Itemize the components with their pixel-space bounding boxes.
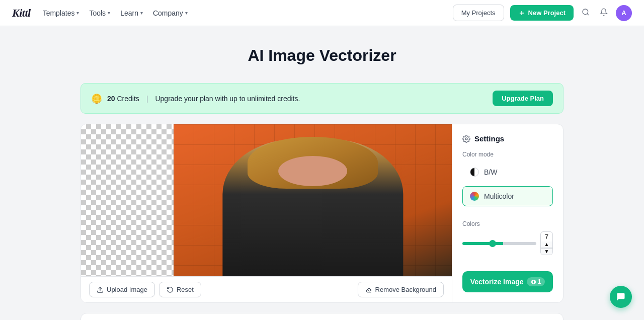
app-header: Kittl Templates ▾ Tools ▾ Learn ▾ Compan…: [0, 0, 644, 26]
avatar[interactable]: A: [616, 5, 632, 21]
image-toolbar: Upload Image Reset Remove Background: [81, 276, 452, 302]
nav-item-templates[interactable]: Templates ▾: [43, 9, 79, 17]
multicolor-icon: [470, 192, 479, 201]
nav-item-tools[interactable]: Tools ▾: [89, 9, 110, 17]
colors-number-input: 7 ▲ ▼: [540, 231, 553, 255]
nav-item-company[interactable]: Company ▾: [153, 9, 188, 17]
colors-control: 7 ▲ ▼: [462, 231, 553, 255]
svg-point-0: [583, 9, 588, 15]
main-content: AI Image Vectorizer 🪙 20 Credits | Upgra…: [70, 26, 574, 320]
person-silhouette: [222, 139, 403, 276]
photo-background: [174, 124, 452, 276]
my-projects-button[interactable]: My Projects: [453, 5, 504, 21]
credits-info: 🪙 20 Credits | Upgrade your plan with up…: [91, 93, 300, 104]
header-right: My Projects New Project A: [453, 5, 632, 21]
face-element: [278, 156, 347, 186]
upload-image-button[interactable]: Upload Image: [89, 282, 155, 297]
chevron-down-icon: ▾: [140, 10, 143, 16]
settings-panel: Settings Color mode B/W Multicolor Color…: [452, 124, 563, 302]
settings-header: Settings: [462, 134, 553, 143]
credit-cost-badge: 1: [527, 277, 545, 286]
vectorize-image-button[interactable]: Vectorize Image 1: [462, 271, 553, 292]
eraser-icon: [365, 286, 372, 293]
new-project-button[interactable]: New Project: [510, 5, 574, 21]
reset-button[interactable]: Reset: [159, 282, 201, 297]
main-nav: Templates ▾ Tools ▾ Learn ▾ Company ▾: [43, 9, 188, 17]
nav-item-learn[interactable]: Learn ▾: [120, 9, 143, 17]
upgrade-plan-button[interactable]: Upgrade Plan: [493, 91, 553, 106]
color-mode-section: Color mode B/W Multicolor: [462, 151, 553, 210]
colors-value: 7: [541, 232, 552, 242]
logo[interactable]: Kittl: [12, 7, 31, 20]
image-preview: [174, 124, 452, 276]
colors-slider[interactable]: [462, 242, 536, 245]
credit-icon: [531, 279, 536, 285]
upload-icon: [97, 286, 104, 293]
colors-increase-button[interactable]: ▲: [541, 242, 552, 248]
reset-icon: [167, 286, 174, 293]
chat-fab-button[interactable]: [610, 286, 632, 308]
search-button[interactable]: [580, 6, 592, 20]
plus-icon: [518, 10, 525, 17]
chevron-down-icon: ▾: [108, 10, 110, 16]
settings-icon: [462, 135, 470, 143]
search-icon: [582, 8, 590, 16]
chevron-down-icon: ▾: [76, 10, 79, 16]
image-container: [81, 124, 452, 276]
colors-decrease-button[interactable]: ▼: [541, 248, 552, 255]
notifications-button[interactable]: [598, 6, 610, 20]
coin-icon: 🪙: [91, 93, 102, 104]
colors-section: Colors 7 ▲ ▼: [462, 220, 553, 255]
bw-mode-option[interactable]: B/W: [462, 162, 553, 182]
svg-point-3: [465, 138, 467, 140]
bell-icon: [600, 8, 608, 16]
header-left: Kittl Templates ▾ Tools ▾ Learn ▾ Compan…: [12, 7, 188, 20]
credits-count: 20 Credits: [107, 95, 139, 103]
divider: |: [146, 95, 148, 103]
credits-message: Upgrade your plan with up to unlimited c…: [155, 95, 300, 103]
image-toolbar-left: Upload Image Reset: [89, 282, 201, 297]
referral-banner: Earn up to 3,000 Kittl credits Get 100 c…: [80, 313, 564, 320]
image-panel: Upload Image Reset Remove Background: [81, 124, 452, 302]
chat-icon: [616, 292, 626, 302]
page-title: AI Image Vectorizer: [80, 46, 564, 65]
color-mode-label: Color mode: [462, 151, 553, 158]
settings-title: Settings: [474, 134, 504, 143]
credits-banner: 🪙 20 Credits | Upgrade your plan with up…: [80, 83, 564, 114]
chevron-down-icon: ▾: [185, 10, 188, 16]
bw-icon: [470, 168, 479, 177]
tool-area: Upload Image Reset Remove Background: [80, 124, 564, 303]
remove-background-button[interactable]: Remove Background: [358, 282, 444, 297]
colors-label: Colors: [462, 220, 553, 227]
multicolor-mode-option[interactable]: Multicolor: [462, 186, 553, 206]
